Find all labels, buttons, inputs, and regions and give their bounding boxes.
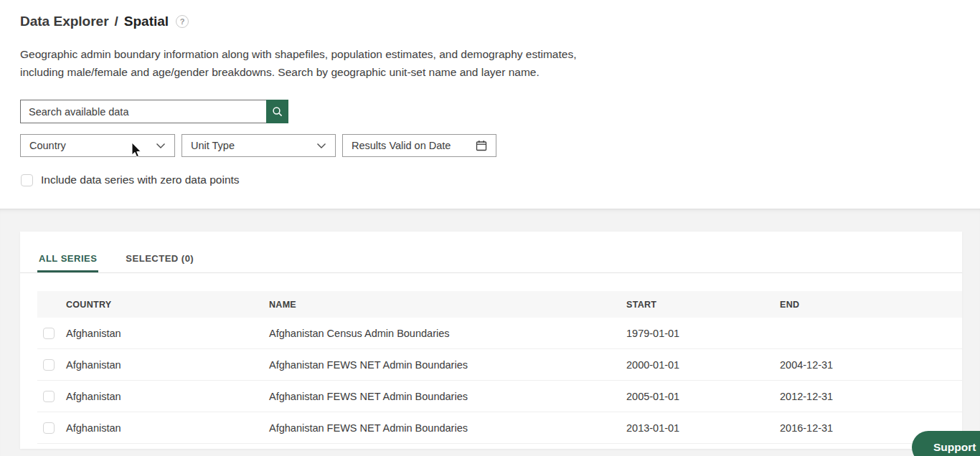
column-header-start[interactable]: START	[626, 300, 780, 310]
row-checkbox[interactable]	[43, 391, 55, 402]
filter-row: Country Unit Type Results Valid on Date	[20, 134, 496, 157]
date-picker-label: Results Valid on Date	[352, 140, 451, 151]
row-checkbox-cell	[37, 359, 66, 371]
table-body: Afghanistan Afghanistan Census Admin Bou…	[37, 318, 962, 444]
results-section: ALL SERIES SELECTED (0) COUNTRY NAME STA…	[0, 209, 980, 456]
support-button-label: Support	[933, 441, 976, 454]
country-dropdown-label: Country	[29, 140, 66, 151]
help-icon[interactable]: ?	[176, 15, 189, 28]
row-start-date: 2013-01-01	[626, 422, 780, 434]
row-checkbox-cell	[37, 328, 66, 339]
row-name: Afghanistan FEWS NET Admin Boundaries	[269, 391, 626, 402]
zero-data-checkbox[interactable]	[21, 174, 33, 186]
row-start-date: 2005-01-01	[626, 391, 780, 402]
search-bar	[20, 100, 288, 123]
column-header-country[interactable]: COUNTRY	[66, 300, 269, 310]
row-country: Afghanistan	[66, 359, 269, 371]
search-input[interactable]	[20, 100, 266, 123]
row-checkbox[interactable]	[43, 422, 55, 434]
column-header-end[interactable]: END	[780, 300, 962, 310]
row-country: Afghanistan	[66, 422, 269, 434]
zero-data-filter: Include data series with zero data point…	[21, 174, 240, 186]
table-row[interactable]: Afghanistan Afghanistan Census Admin Bou…	[37, 318, 962, 349]
calendar-icon	[476, 140, 487, 151]
description-line-1: Geographic admin boundary information al…	[20, 48, 576, 60]
support-button[interactable]: Support	[912, 431, 980, 456]
results-tabs: ALL SERIES SELECTED (0)	[20, 244, 962, 273]
breadcrumb-separator: /	[115, 14, 118, 29]
table-row[interactable]: Afghanistan Afghanistan FEWS NET Admin B…	[37, 381, 962, 412]
row-checkbox[interactable]	[43, 359, 55, 371]
row-start-date: 2000-01-01	[626, 359, 780, 371]
unit-type-dropdown[interactable]: Unit Type	[182, 134, 336, 157]
search-icon	[272, 106, 283, 118]
table-row[interactable]: Afghanistan Afghanistan FEWS NET Admin B…	[37, 412, 962, 444]
row-checkbox-cell	[37, 391, 66, 402]
row-name: Afghanistan Census Admin Boundaries	[269, 328, 626, 339]
series-table: COUNTRY NAME START END Afghanistan Afgha…	[37, 291, 962, 444]
chevron-down-icon	[316, 143, 326, 149]
breadcrumb-root[interactable]: Data Explorer	[20, 14, 109, 29]
results-card: ALL SERIES SELECTED (0) COUNTRY NAME STA…	[20, 232, 962, 449]
row-country: Afghanistan	[66, 391, 269, 402]
row-country: Afghanistan	[66, 328, 269, 339]
chevron-down-icon	[156, 143, 166, 149]
column-header-name[interactable]: NAME	[269, 300, 626, 310]
search-button[interactable]	[266, 100, 288, 123]
tab-all-series[interactable]: ALL SERIES	[37, 244, 98, 272]
row-name: Afghanistan FEWS NET Admin Boundaries	[269, 359, 626, 371]
tab-selected[interactable]: SELECTED (0)	[124, 244, 195, 272]
breadcrumb: Data Explorer / Spatial ?	[20, 14, 189, 29]
description-line-2: including male/female and age/gender bre…	[20, 66, 540, 78]
row-checkbox-cell	[37, 422, 66, 434]
row-end-date: 2012-12-31	[780, 391, 962, 402]
row-start-date: 1979-01-01	[626, 328, 780, 339]
row-name: Afghanistan FEWS NET Admin Boundaries	[269, 422, 626, 434]
zero-data-checkbox-label: Include data series with zero data point…	[41, 174, 240, 186]
unit-type-dropdown-label: Unit Type	[191, 140, 235, 151]
results-valid-date-picker[interactable]: Results Valid on Date	[342, 134, 496, 157]
country-dropdown[interactable]: Country	[20, 134, 175, 157]
table-row[interactable]: Afghanistan Afghanistan FEWS NET Admin B…	[37, 349, 962, 381]
row-end-date: 2004-12-31	[780, 359, 962, 371]
page-description: Geographic admin boundary information al…	[20, 46, 623, 81]
breadcrumb-current: Spatial	[124, 14, 169, 29]
row-checkbox[interactable]	[43, 328, 55, 339]
table-header: COUNTRY NAME START END	[37, 291, 962, 318]
